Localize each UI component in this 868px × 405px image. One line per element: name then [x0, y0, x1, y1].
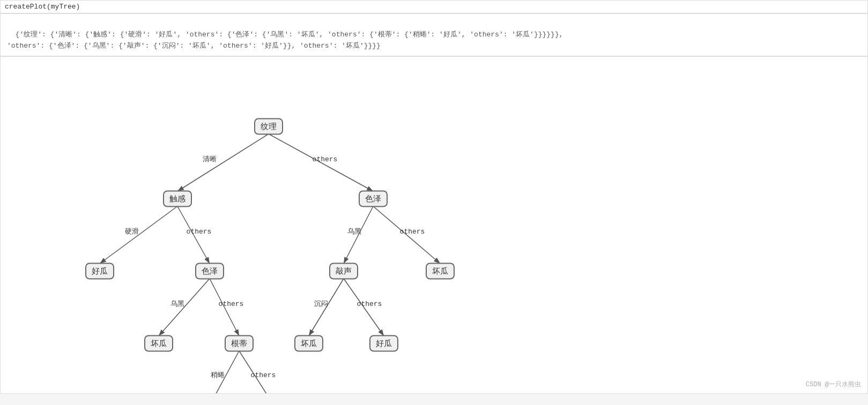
- svg-text:硬滑: 硬滑: [125, 228, 139, 236]
- svg-text:others: others: [219, 300, 244, 308]
- svg-text:乌黑: 乌黑: [347, 228, 361, 236]
- code-block: {'纹理': {'清晰': {'触感': {'硬滑': '好瓜', 'other…: [0, 13, 868, 56]
- svg-text:others: others: [400, 228, 425, 236]
- svg-text:清晰: 清晰: [203, 155, 217, 163]
- svg-text:others: others: [251, 371, 276, 379]
- svg-text:others: others: [357, 300, 382, 308]
- svg-text:others: others: [313, 155, 338, 163]
- top-bar: createPlot(myTree): [0, 0, 868, 13]
- tree-svg: 清晰others硬滑others乌黑others乌黑others沉闷others…: [1, 57, 867, 393]
- svg-text:稍蜷: 稍蜷: [211, 371, 225, 379]
- svg-text:沉闷: 沉闷: [314, 300, 328, 308]
- svg-text:others: others: [187, 228, 212, 236]
- function-call: createPlot(myTree): [5, 3, 80, 11]
- svg-line-1: [177, 134, 269, 191]
- svg-text:乌黑: 乌黑: [170, 300, 184, 308]
- watermark: CSDN @一只水熊虫: [806, 380, 861, 389]
- tree-container: 清晰others硬滑others乌黑others乌黑others沉闷others…: [0, 56, 868, 394]
- code-text: {'纹理': {'清晰': {'触感': {'硬滑': '好瓜', 'other…: [7, 31, 563, 50]
